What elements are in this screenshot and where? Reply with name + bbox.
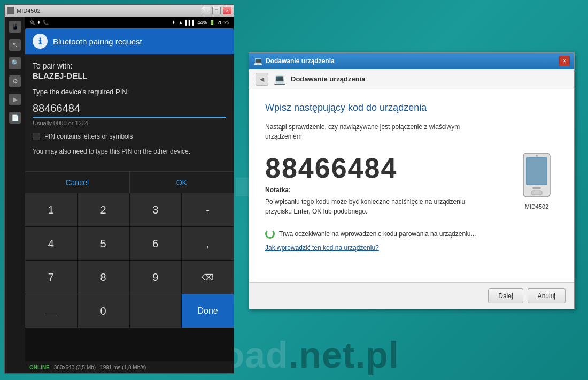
bt-cancel-btn[interactable]: Cancel: [25, 172, 130, 193]
android-close-btn[interactable]: ×: [223, 7, 231, 14]
statusbar-bt-icon: ✦: [37, 20, 41, 25]
bt-info-icon: ℹ: [33, 34, 48, 49]
win-note-text: Po wpisaniu tego kodu może być konieczne…: [265, 197, 505, 216]
win-status-spinner: [265, 229, 275, 239]
statusbar-signal-icon: ▌▌▌: [185, 20, 195, 25]
bt-ok-btn[interactable]: OK: [130, 172, 234, 193]
svg-rect-2: [532, 187, 541, 189]
win-titlebar-title: Dodawanie urządzenia: [266, 57, 556, 65]
numpad-key-9[interactable]: 9: [130, 261, 182, 294]
numpad-key-6[interactable]: 6: [130, 227, 182, 260]
android-statusbar-bottom: ONLINE 360x640 (3,5 Mb) 1991 ms (1,8 Mb/…: [25, 361, 234, 373]
win-help-link[interactable]: Jak wprowadzić ten kod na urządzeniu?: [265, 244, 558, 252]
statusbar-phone-icon: 📞: [43, 20, 49, 25]
android-app-icon: [7, 7, 14, 14]
numpad-key-1[interactable]: 1: [25, 193, 77, 226]
win-note-label: Notatka:: [265, 186, 505, 194]
statusbar-online-text: ONLINE: [29, 364, 50, 370]
numpad-key-minus[interactable]: -: [182, 193, 234, 226]
android-emulator-window: MID4502 – □ × 📱 ↖ 🔍 ⚙ ▶ 📄 🔌 ✦ 📞: [4, 4, 234, 374]
win-dialog-content: Wpisz następujący kod do urządzenia Nast…: [249, 89, 574, 282]
bluetooth-dialog: ℹ Bluetooth pairing request To pair with…: [25, 28, 234, 193]
win-toolbar-title: Dodawanie urządzenia: [291, 75, 365, 83]
bt-dialog-header: ℹ Bluetooth pairing request: [25, 28, 234, 54]
toolbar-doc-icon[interactable]: 📄: [9, 112, 21, 124]
win-dialog-titlebar: 💻 Dodawanie urządzenia ×: [249, 53, 574, 69]
numpad-key-0[interactable]: 0: [78, 294, 129, 328]
android-restore-btn[interactable]: □: [212, 7, 221, 14]
bt-pin-hint: Usually 0000 or 1234: [33, 120, 226, 126]
win-toolbar-device-icon: 💻: [274, 73, 285, 85]
bt-note-text: You may also need to type this PIN on th…: [33, 147, 226, 156]
win-device-illustration: MID4502: [515, 152, 558, 210]
numpad-key-comma[interactable]: ,: [182, 227, 234, 260]
statusbar-latency: 1991 ms (1,8 Mb/s): [100, 364, 146, 370]
numpad-key-backspace[interactable]: ⌫: [182, 261, 234, 294]
win-status-row: Trwa oczekiwanie na wprowadzenie kodu pa…: [265, 229, 558, 239]
bt-checkbox-label: PIN contains letters or symbols: [44, 133, 133, 140]
statusbar-bt2-icon: ✦: [172, 20, 176, 25]
svg-rect-3: [531, 191, 542, 195]
bt-header-title: Bluetooth pairing request: [53, 37, 142, 46]
numpad-key-empty: [130, 294, 182, 328]
win-dialog-description: Nastąpi sprawdzenie, czy nawiązywane jes…: [265, 122, 558, 141]
win-pin-row: 88466484 Notatka: Po wpisaniu tego kodu …: [265, 152, 558, 229]
numpad-key-space[interactable]: ___: [25, 294, 77, 328]
win-device-name-label: MID4502: [525, 203, 549, 210]
android-window-title: MID4502: [17, 7, 199, 14]
statusbar-battery: 44%: [197, 20, 207, 25]
win-dialog-main-title: Wpisz następujący kod do urządzenia: [265, 102, 558, 113]
win-back-btn[interactable]: ◄: [256, 73, 268, 86]
bt-pin-checkbox[interactable]: [33, 133, 40, 140]
numpad-key-7[interactable]: 7: [25, 261, 77, 294]
bt-dialog-body: To pair with: BLAZEJ-DELL Type the devic…: [25, 54, 234, 171]
bt-dialog-buttons: Cancel OK: [25, 171, 234, 193]
win-dialog-toolbar: ◄ 💻 Dodawanie urządzenia: [249, 69, 574, 89]
phone-svg-icon: [521, 152, 553, 200]
toolbar-magnify-icon[interactable]: 🔍: [9, 57, 21, 69]
bt-pin-input[interactable]: [33, 100, 226, 118]
svg-point-4: [536, 155, 538, 157]
win-titlebar-icon: 💻: [253, 57, 262, 65]
win-pin-code: 88466484: [265, 152, 505, 184]
bt-checkbox-row: PIN contains letters or symbols: [33, 133, 226, 140]
android-toolbar: 📱 ↖ 🔍 ⚙ ▶ 📄: [5, 17, 25, 373]
win-next-btn[interactable]: Dalej: [488, 288, 523, 303]
toolbar-cursor-icon[interactable]: ↖: [9, 39, 21, 51]
statusbar-battery-icon: 🔋: [209, 20, 215, 25]
win-status-text: Trwa oczekiwanie na wprowadzenie kodu pa…: [279, 230, 476, 238]
win-dialog-close-btn[interactable]: ×: [559, 56, 570, 66]
statusbar-time: 20:25: [217, 20, 229, 25]
numpad-key-3[interactable]: 3: [130, 193, 182, 226]
android-screen: 🔌 ✦ 📞 ✦ ▲ ▌▌▌ 44% 🔋 20:25 ℹ: [25, 17, 234, 373]
android-minimize-btn[interactable]: –: [202, 7, 210, 14]
statusbar-usb-icon: 🔌: [29, 20, 35, 25]
statusbar-resolution: 360x640 (3,5 Mb): [54, 364, 96, 370]
toolbar-settings-icon[interactable]: ⚙: [9, 75, 21, 87]
win-cancel-btn[interactable]: Anuluj: [528, 288, 566, 303]
numpad-done-btn[interactable]: Done: [182, 294, 234, 328]
numpad-key-8[interactable]: 8: [78, 261, 129, 294]
windows-add-device-dialog: 💻 Dodawanie urządzenia × ◄ 💻 Dodawanie u…: [249, 52, 575, 309]
statusbar-wifi-icon: ▲: [178, 20, 183, 25]
bt-device-name: BLAZEJ-DELL: [33, 71, 226, 80]
statusbar-left-icons: 🔌 ✦ 📞: [29, 20, 49, 25]
android-titlebar: MID4502 – □ ×: [5, 5, 234, 17]
win-dialog-footer: Dalej Anuluj: [249, 282, 574, 309]
bt-pair-with-label: To pair with:: [33, 62, 226, 70]
numpad-key-4[interactable]: 4: [25, 227, 77, 260]
android-statusbar: 🔌 ✦ 📞 ✦ ▲ ▌▌▌ 44% 🔋 20:25: [25, 17, 234, 28]
svg-rect-5: [527, 158, 546, 184]
android-content-area: 📱 ↖ 🔍 ⚙ ▶ 📄 🔌 ✦ 📞 ✦ ▲ ▌▌▌ 44%: [5, 17, 234, 373]
toolbar-video-icon[interactable]: ▶: [9, 94, 21, 105]
numpad-key-2[interactable]: 2: [78, 193, 129, 226]
numpad-key-5[interactable]: 5: [78, 227, 129, 260]
statusbar-right: ✦ ▲ ▌▌▌ 44% 🔋 20:25: [172, 20, 229, 25]
android-numpad: 1 2 3 - 4 5 6 , 7 8 9 ⌫ ___ 0 Done: [25, 193, 234, 361]
bt-type-label: Type the device's required PIN:: [33, 88, 226, 96]
toolbar-phone-icon[interactable]: 📱: [9, 21, 21, 33]
